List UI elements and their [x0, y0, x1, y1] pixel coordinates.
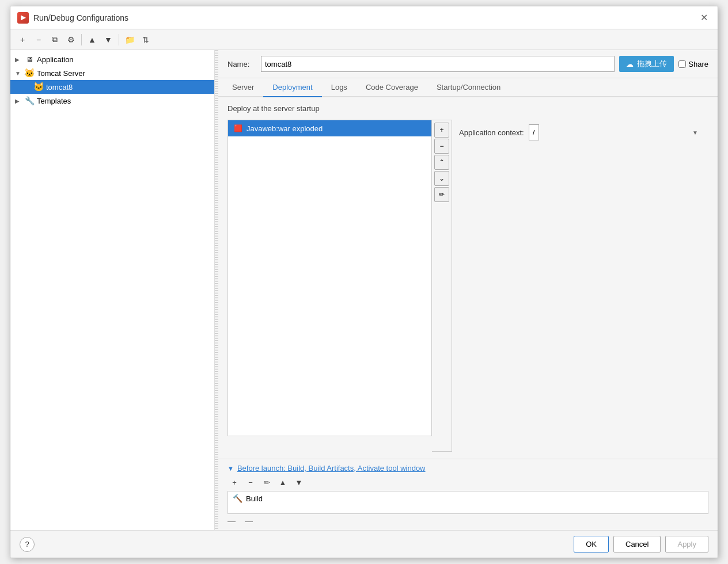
tomcat8-label: tomcat8 — [46, 83, 73, 92]
deployment-content: Deploy at the server startup 🟥 Javaweb:w… — [218, 97, 718, 459]
before-launch-header[interactable]: ▼ Before launch: Build, Build Artifacts,… — [227, 464, 708, 472]
tomcat8-icon: 🐱 — [33, 82, 44, 92]
run-debug-dialog: ▶ Run/Debug Configurations ✕ + − ⧉ ⚙ ▲ ▼… — [10, 6, 718, 558]
artifact-icon: 🟥 — [233, 123, 243, 134]
move-up-button[interactable]: ▲ — [85, 32, 100, 47]
before-launch-section: ▼ Before launch: Build, Build Artifacts,… — [218, 459, 718, 530]
sidebar: ▶ 🖥 Application ▼ 🐱 Tomcat Server 🐱 tomc… — [10, 50, 215, 530]
before-launch-toolbar: + − ✏ ▲ ▼ — [227, 476, 708, 489]
sidebar-item-templates[interactable]: ▶ 🔧 Templates — [10, 94, 214, 108]
tomcat-server-label: Tomcat Server — [37, 69, 85, 78]
name-label: Name: — [227, 60, 256, 68]
toolbar: + − ⧉ ⚙ ▲ ▼ 📁 ⇅ — [10, 29, 718, 50]
cancel-button[interactable]: Cancel — [613, 536, 661, 552]
add-config-button[interactable]: + — [15, 32, 30, 47]
before-launch-title: Before launch: Build, Build Artifacts, A… — [237, 464, 426, 472]
move-down-button[interactable]: ▼ — [101, 32, 116, 47]
share-checkbox-area: Share — [678, 60, 708, 68]
deploy-section-label: Deploy at the server startup — [227, 104, 708, 113]
share-label: Share — [688, 60, 708, 68]
help-icon: ? — [25, 540, 29, 548]
application-label: Application — [37, 55, 74, 64]
bl-move-up-button[interactable]: ▲ — [276, 476, 290, 489]
cloud-upload-button[interactable]: ☁ 拖拽上传 — [619, 56, 674, 72]
bl-list-item-build[interactable]: 🔨 Build — [228, 491, 708, 505]
app-context-row: Application context: / ▼ — [459, 124, 702, 140]
tab-logs[interactable]: Logs — [322, 78, 357, 97]
templates-icon: 🔧 — [24, 96, 35, 106]
bl-indicator-1: — — [227, 516, 236, 525]
tab-server[interactable]: Server — [223, 78, 263, 97]
close-button[interactable]: ✕ — [697, 11, 711, 25]
deploy-add-button[interactable]: + — [434, 123, 449, 138]
title-bar-left: ▶ Run/Debug Configurations — [17, 12, 128, 24]
name-input[interactable] — [261, 56, 615, 72]
deploy-move-up-button[interactable]: ⌃ — [434, 155, 449, 170]
deploy-list-item-javaweb[interactable]: 🟥 Javaweb:war exploded — [228, 120, 431, 136]
templates-label: Templates — [37, 97, 71, 105]
bl-indicator-2: — — [245, 516, 253, 525]
right-panel: Name: ☁ 拖拽上传 Share Server Deployment Log… — [218, 50, 718, 530]
toolbar-separator — [81, 34, 82, 45]
copy-config-button[interactable]: ⧉ — [47, 32, 62, 47]
deploy-main-area: 🟥 Javaweb:war exploded + − ⌃ ⌄ ✏ — [227, 120, 708, 452]
sidebar-item-application[interactable]: ▶ 🖥 Application — [10, 52, 214, 66]
tab-startup-connection[interactable]: Startup/Connection — [427, 78, 510, 97]
bl-bottom-indicators: — — — [227, 514, 708, 525]
sidebar-item-tomcat-server[interactable]: ▼ 🐱 Tomcat Server — [10, 66, 214, 80]
share-checkbox[interactable] — [678, 60, 686, 68]
sort-button[interactable]: ⇅ — [138, 32, 153, 47]
bl-add-button[interactable]: + — [227, 476, 241, 489]
folder-button[interactable]: 📁 — [122, 32, 137, 47]
templates-arrow: ▶ — [15, 98, 24, 104]
name-bar: Name: ☁ 拖拽上传 Share — [218, 50, 718, 78]
bl-remove-button[interactable]: − — [244, 476, 257, 489]
app-context-select-wrapper: / ▼ — [529, 124, 702, 140]
remove-config-button[interactable]: − — [31, 32, 46, 47]
app-context-label: Application context: — [459, 128, 524, 137]
before-launch-list: 🔨 Build — [227, 491, 708, 514]
before-launch-arrow-icon: ▼ — [227, 465, 234, 472]
select-arrow-icon: ▼ — [692, 129, 698, 136]
artifact-label: Javaweb:war exploded — [247, 124, 323, 133]
tomcat-server-arrow: ▼ — [15, 70, 24, 77]
sidebar-item-tomcat8[interactable]: 🐱 tomcat8 — [10, 80, 214, 94]
deploy-move-down-button[interactable]: ⌄ — [434, 171, 449, 186]
toolbar-separator-2 — [119, 34, 119, 45]
bottom-bar: ? OK Cancel Apply — [10, 530, 718, 558]
dialog-buttons: OK Cancel Apply — [574, 536, 708, 552]
build-label: Build — [246, 494, 263, 503]
bl-edit-button[interactable]: ✏ — [260, 476, 274, 489]
apply-button[interactable]: Apply — [665, 536, 708, 552]
application-icon: 🖥 — [24, 54, 35, 64]
deploy-controls: + − ⌃ ⌄ ✏ — [432, 120, 452, 452]
build-icon: 🔨 — [233, 494, 242, 503]
dialog-icon: ▶ — [17, 12, 29, 24]
title-bar: ▶ Run/Debug Configurations ✕ — [10, 6, 718, 29]
ok-button[interactable]: OK — [574, 536, 609, 552]
tab-deployment[interactable]: Deployment — [263, 78, 321, 97]
deploy-left-side: 🟥 Javaweb:war exploded + − ⌃ ⌄ ✏ — [227, 120, 452, 452]
tabs-bar: Server Deployment Logs Code Coverage Sta… — [218, 78, 718, 97]
deploy-remove-button[interactable]: − — [434, 139, 449, 154]
main-content: ▶ 🖥 Application ▼ 🐱 Tomcat Server 🐱 tomc… — [10, 50, 718, 530]
deploy-list: 🟥 Javaweb:war exploded — [227, 120, 432, 436]
cloud-upload-label: 拖拽上传 — [637, 59, 667, 69]
application-arrow: ▶ — [15, 56, 24, 63]
deploy-edit-button[interactable]: ✏ — [434, 187, 449, 202]
tomcat-server-icon: 🐱 — [24, 68, 35, 78]
deploy-right-side: Application context: / ▼ — [452, 120, 708, 452]
help-button[interactable]: ? — [20, 537, 35, 552]
settings-button[interactable]: ⚙ — [63, 32, 78, 47]
dialog-title: Run/Debug Configurations — [33, 13, 128, 22]
cloud-icon: ☁ — [626, 60, 634, 68]
bl-move-down-button[interactable]: ▼ — [292, 476, 306, 489]
app-context-select[interactable]: / — [529, 124, 539, 140]
tab-code-coverage[interactable]: Code Coverage — [357, 78, 427, 97]
